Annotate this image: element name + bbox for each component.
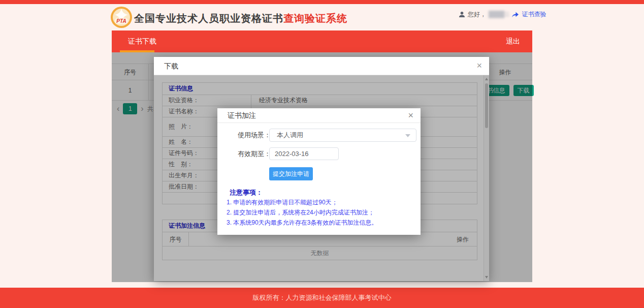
- close-icon[interactable]: ×: [408, 110, 413, 120]
- masked-username: ████11: [489, 11, 509, 18]
- chevron-down-icon: [405, 134, 410, 137]
- nav-bar: 证书下载 退出: [112, 30, 532, 52]
- notes-list: 1. 申请的有效期距申请日不能超过90天； 2. 提交加注申请后，系统将在24小…: [227, 197, 377, 228]
- note-item: 2. 提交加注申请后，系统将在24小时内完成证书加注；: [227, 207, 377, 218]
- footer: 版权所有：人力资源和社会保障部人事考试中心: [0, 288, 644, 308]
- note-item: 1. 申请的有效期距申请日不能超过90天；: [227, 197, 377, 207]
- annotation-modal-header: 证书加注 ×: [217, 108, 421, 123]
- page-title: 全国专业技术人员职业资格证书查询验证系统: [134, 12, 347, 25]
- download-modal-header: 下载 ×: [154, 57, 489, 75]
- expiry-date-label: 有效期至：: [238, 147, 271, 160]
- user-icon: [459, 11, 465, 18]
- annotation-modal: 证书加注 × 使用场景： 本人调用 有效期至： 提交加注申请 注意事项： 1. …: [217, 108, 421, 235]
- logout-button[interactable]: 退出: [506, 30, 520, 52]
- pta-logo-icon: PTA: [110, 6, 133, 28]
- usage-scene-value: 本人调用: [277, 131, 303, 139]
- page-title-main: 全国专业技术人员职业资格证书: [134, 13, 283, 24]
- certificate-verify-link[interactable]: 证书查验: [522, 10, 546, 19]
- page-title-accent: 查询验证系统: [283, 13, 347, 24]
- tab-certificate-download[interactable]: 证书下载: [120, 30, 165, 52]
- svg-text:PTA: PTA: [116, 18, 126, 24]
- notes-title: 注意事项：: [230, 188, 263, 197]
- annotation-modal-title: 证书加注: [228, 108, 256, 123]
- submit-annotation-button[interactable]: 提交加注申请: [269, 167, 313, 180]
- share-arrow-icon: [511, 11, 519, 18]
- copyright-text: 版权所有：人力资源和社会保障部人事考试中心: [253, 294, 392, 301]
- download-modal-title: 下载: [164, 57, 178, 75]
- annotation-modal-body: 使用场景： 本人调用 有效期至： 提交加注申请 注意事项： 1. 申请的有效期距…: [217, 123, 421, 235]
- note-item: 3. 本系统90天内最多允许存在3条有效的证书加注信息。: [227, 218, 377, 228]
- top-accent-strip: [0, 0, 644, 4]
- usage-scene-label: 使用场景：: [238, 129, 271, 142]
- close-icon[interactable]: ×: [476, 60, 482, 71]
- usage-scene-select[interactable]: 本人调用: [269, 129, 416, 142]
- expiry-date-input[interactable]: [269, 147, 339, 160]
- user-area: 您好， ████11 证书查验: [459, 10, 546, 18]
- greeting-text: 您好，: [468, 10, 486, 19]
